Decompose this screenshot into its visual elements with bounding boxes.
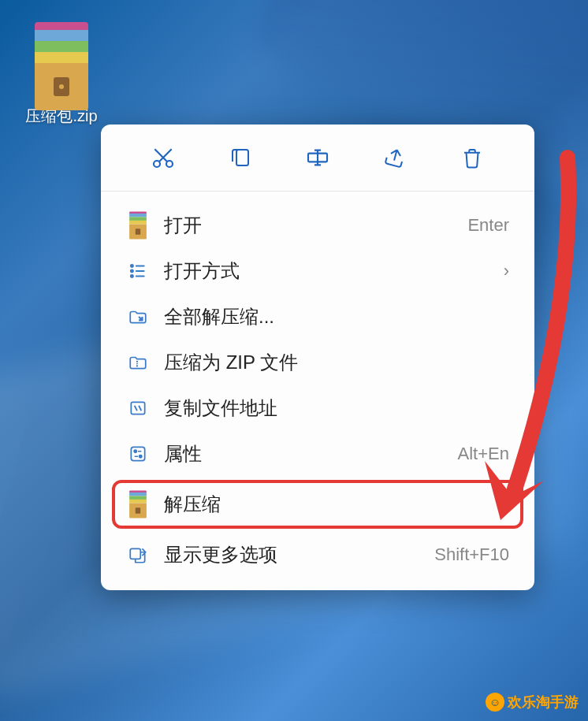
share-icon [383,146,407,169]
extract-all-icon [126,305,150,329]
svg-point-6 [131,269,133,272]
menu-shortcut: Alt+En [458,444,509,464]
svg-point-12 [134,450,136,452]
menu-item-compress-zip[interactable]: 压缩为 ZIP 文件 [115,340,520,385]
watermark-smiley-icon: ☺ [486,693,504,712]
copy-path-icon [126,396,150,420]
watermark: ☺ 欢乐淘手游 [486,693,579,712]
menu-shortcut: Enter [467,215,509,236]
svg-rect-11 [131,447,144,460]
menu-item-open[interactable]: 打开 Enter [115,203,520,248]
menu-label: 打开方式 [164,258,504,284]
menu-label: 打开 [164,213,467,238]
menu-item-extract[interactable]: 解压缩 › [112,480,523,529]
menu-shortcut: Shift+F10 [434,544,509,565]
copy-icon [229,146,252,169]
svg-point-8 [131,275,133,277]
menu-item-copy-path[interactable]: 复制文件地址 [115,385,520,431]
menu-items-list: 打开 Enter 打开方式 › 全部解压缩... 压缩为 ZIP 文件 [101,191,534,581]
menu-item-extract-all[interactable]: 全部解压缩... [115,294,520,340]
rar-file-icon [30,22,93,101]
open-with-icon [126,259,150,283]
scissors-icon [151,145,176,170]
share-button[interactable] [379,142,411,173]
svg-rect-2 [236,150,248,165]
rar-small-icon [126,214,150,237]
svg-point-0 [154,161,160,167]
svg-rect-5 [136,265,145,266]
show-more-icon [126,543,150,567]
svg-rect-9 [136,275,145,277]
cut-button[interactable] [147,142,179,173]
chevron-right-icon: › [504,261,509,281]
menu-item-open-with[interactable]: 打开方式 › [115,248,520,294]
menu-item-properties[interactable]: 属性 Alt+En [115,431,520,477]
rar-small-icon [126,492,150,516]
desktop-file[interactable]: 压缩包.zip [22,22,101,127]
context-menu: 打开 Enter 打开方式 › 全部解压缩... 压缩为 ZIP 文件 [101,125,534,590]
menu-label: 压缩为 ZIP 文件 [164,350,509,375]
svg-rect-10 [131,402,144,414]
watermark-text: 欢乐淘手游 [508,693,579,712]
menu-label: 解压缩 [164,492,504,517]
menu-label: 复制文件地址 [164,396,509,421]
rename-button[interactable] [302,142,333,173]
chevron-right-icon: › [504,494,509,515]
menu-item-show-more[interactable]: 显示更多选项 Shift+F10 [115,532,520,578]
svg-rect-14 [130,548,140,559]
menu-label: 属性 [164,441,458,466]
menu-label: 显示更多选项 [164,542,434,567]
rename-icon [305,145,330,170]
svg-rect-7 [136,270,145,272]
svg-point-1 [166,161,173,167]
svg-point-4 [131,265,133,267]
properties-icon [126,442,150,466]
svg-point-13 [140,455,142,458]
menu-label: 全部解压缩... [164,304,509,329]
trash-icon [460,146,484,169]
delete-button[interactable] [456,142,488,173]
copy-button[interactable] [225,142,256,173]
compress-zip-icon [126,351,150,374]
context-toolbar [101,125,534,191]
